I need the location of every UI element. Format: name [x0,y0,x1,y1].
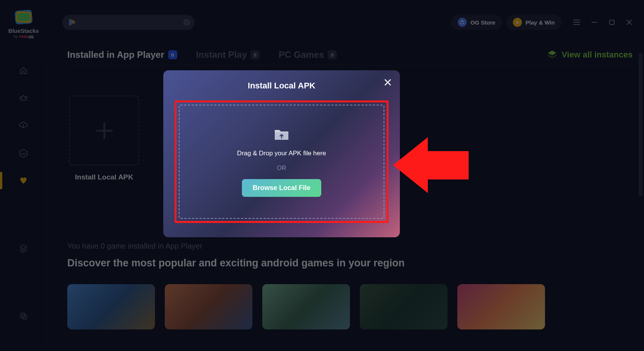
drop-text: Drag & Drop your APK file here [237,150,326,157]
dropzone[interactable]: Drag & Drop your APK file here OR Browse… [179,105,384,219]
or-text: OR [277,165,286,172]
browse-local-file-button[interactable]: Browse Local File [242,179,321,197]
close-icon [384,79,392,86]
install-apk-modal: Install Local APK Drag & Drop your APK f… [163,70,400,237]
annotation-highlight-box: Drag & Drop your APK file here OR Browse… [175,101,389,223]
folder-upload-icon [273,127,290,142]
annotation-red-arrow [393,137,469,194]
modal-title: Install Local APK [175,81,389,91]
modal-close-button[interactable] [384,77,392,89]
